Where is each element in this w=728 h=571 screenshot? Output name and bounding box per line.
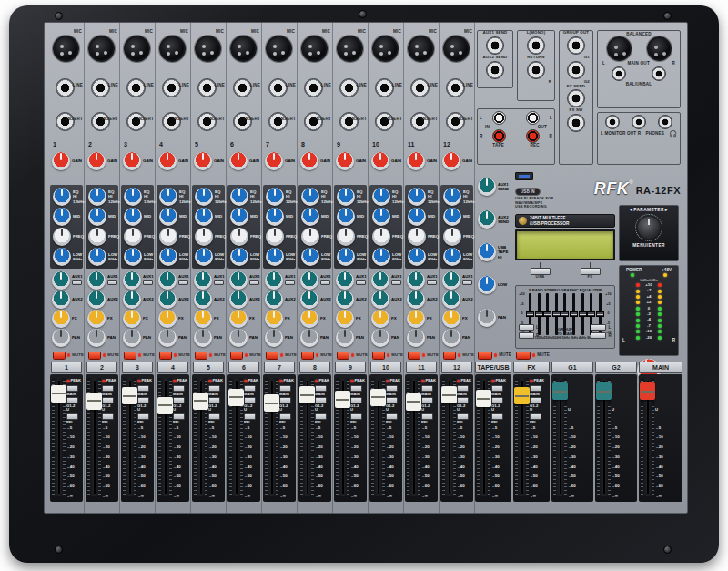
main-assign-button[interactable]	[208, 385, 220, 392]
gain-knob[interactable]	[442, 152, 460, 170]
mute-button[interactable]	[230, 352, 243, 360]
main-assign-button[interactable]	[173, 385, 185, 392]
fader-cap[interactable]	[370, 389, 386, 406]
geq-slider-cap[interactable]	[526, 311, 534, 317]
eq-freq-knob[interactable]	[88, 228, 106, 246]
channel-fader[interactable]	[371, 378, 385, 496]
mic-xlr-jack[interactable]	[337, 36, 363, 62]
aux1-knob[interactable]	[265, 271, 283, 290]
line-jack[interactable]	[91, 78, 110, 97]
pfl-button[interactable]	[491, 413, 503, 420]
geq-slider-cap[interactable]	[587, 311, 595, 317]
main-assign-button[interactable]	[350, 385, 362, 392]
eq-mid-knob[interactable]	[408, 208, 426, 226]
channel-fader[interactable]	[123, 378, 136, 496]
pan-knob[interactable]	[371, 329, 389, 347]
mic-xlr-jack[interactable]	[88, 36, 115, 62]
line-jack[interactable]	[162, 78, 181, 97]
pre-button[interactable]	[462, 280, 472, 285]
geq-slider-cap[interactable]	[535, 311, 543, 317]
eq-mid-knob[interactable]	[443, 208, 461, 226]
mic-xlr-jack[interactable]	[230, 36, 257, 62]
insert-jack[interactable]	[375, 112, 394, 131]
pre-button[interactable]	[143, 280, 153, 285]
fx-knob[interactable]	[87, 310, 106, 328]
eq-mid-knob[interactable]	[159, 208, 177, 226]
aux1-knob[interactable]	[300, 271, 318, 290]
main-assign-button[interactable]	[279, 385, 291, 392]
eq-hi-knob[interactable]	[159, 188, 177, 206]
pfl-button[interactable]	[173, 413, 185, 420]
main-assign-button[interactable]	[315, 385, 327, 392]
group-assign-button[interactable]	[315, 397, 327, 403]
mute-button[interactable]	[53, 352, 66, 360]
pfl-button[interactable]	[350, 413, 362, 420]
eq-hi-knob[interactable]	[443, 188, 461, 206]
mute-button[interactable]	[443, 352, 456, 360]
master-fader[interactable]	[477, 378, 490, 496]
gain-knob[interactable]	[87, 152, 106, 170]
pre-button[interactable]	[72, 280, 82, 285]
geq-slider-cap[interactable]	[561, 311, 569, 317]
pfl-button[interactable]	[66, 413, 78, 420]
fader-cap[interactable]	[51, 385, 66, 403]
mute-button[interactable]	[301, 352, 314, 360]
eq-hi-knob[interactable]	[372, 188, 390, 206]
mute-button[interactable]	[372, 352, 385, 360]
main-assign-button[interactable]	[530, 385, 541, 392]
line-jack[interactable]	[268, 78, 288, 97]
fx-knob[interactable]	[265, 310, 283, 328]
pre-button[interactable]	[285, 280, 295, 285]
line-jack[interactable]	[233, 78, 252, 97]
group-out-1-jack[interactable]	[567, 36, 585, 55]
eq-hi-knob[interactable]	[53, 188, 71, 206]
gain-knob[interactable]	[336, 152, 354, 170]
fx-knob[interactable]	[194, 310, 212, 328]
aux1-knob[interactable]	[52, 271, 70, 290]
mic-xlr-jack[interactable]	[53, 36, 79, 62]
insert-jack[interactable]	[233, 112, 252, 131]
eq-mid-knob[interactable]	[195, 208, 213, 226]
mic-xlr-jack[interactable]	[301, 36, 328, 62]
eq-low-knob[interactable]	[124, 248, 142, 266]
eq-hi-knob[interactable]	[195, 188, 213, 206]
geq-slider-cap[interactable]	[543, 311, 551, 317]
fader-cap[interactable]	[640, 382, 655, 400]
mute-button[interactable]	[337, 352, 349, 360]
monitor-out-l-jack[interactable]	[605, 115, 620, 129]
pan-knob[interactable]	[158, 329, 177, 347]
group-assign-button[interactable]	[102, 397, 114, 403]
group-assign-button[interactable]	[137, 397, 149, 403]
group-assign-button[interactable]	[421, 397, 433, 403]
master-fader[interactable]	[641, 378, 654, 496]
aux2-knob[interactable]	[123, 291, 141, 309]
pfl-button[interactable]	[457, 413, 469, 420]
channel-fader[interactable]	[300, 378, 314, 496]
group-assign-button[interactable]	[491, 397, 503, 403]
group-assign-button[interactable]	[457, 397, 469, 403]
tape-pan-knob[interactable]	[478, 309, 496, 327]
aux1-knob[interactable]	[87, 271, 106, 290]
main-out-xlr-right[interactable]	[647, 36, 672, 61]
group-assign-button[interactable]	[350, 397, 362, 403]
pfl-button[interactable]	[244, 413, 256, 420]
eq-freq-knob[interactable]	[301, 228, 319, 246]
pre-button[interactable]	[320, 280, 330, 285]
mute-button[interactable]	[159, 352, 172, 360]
eq-freq-knob[interactable]	[443, 228, 461, 246]
insert-jack[interactable]	[410, 112, 430, 131]
insert-jack[interactable]	[56, 112, 75, 131]
pfl-button[interactable]	[279, 413, 291, 420]
fx-knob[interactable]	[229, 310, 248, 328]
insert-jack[interactable]	[339, 112, 359, 131]
fader-cap[interactable]	[122, 387, 137, 404]
eq-low-knob[interactable]	[372, 248, 390, 266]
eq-freq-knob[interactable]	[124, 228, 142, 246]
insert-jack[interactable]	[162, 112, 181, 131]
pre-button[interactable]	[214, 280, 224, 285]
main-out-xlr-left[interactable]	[607, 36, 632, 61]
fader-cap[interactable]	[406, 393, 421, 411]
fx-knob[interactable]	[442, 310, 460, 328]
fader-cap[interactable]	[193, 393, 208, 410]
aux2-knob[interactable]	[158, 291, 177, 309]
